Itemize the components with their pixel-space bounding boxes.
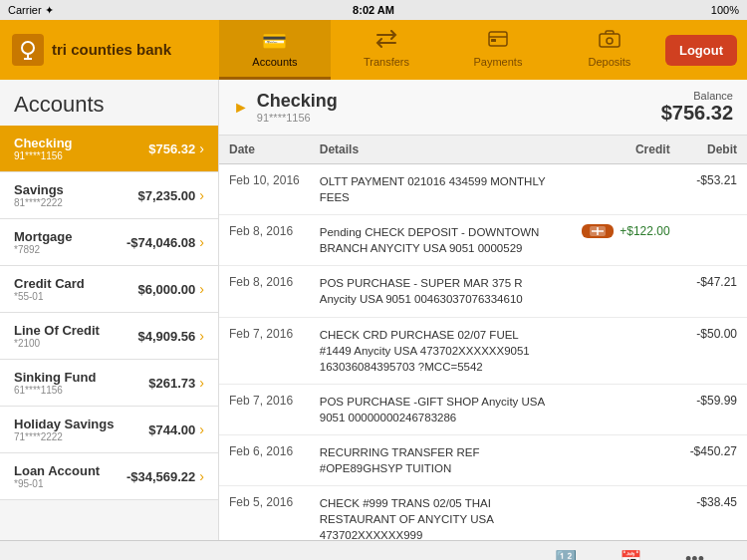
account-item[interactable]: Sinking Fund 61****1156 $261.73 › bbox=[0, 360, 218, 407]
tx-date: Feb 7, 2016 bbox=[219, 384, 310, 434]
table-row[interactable]: Feb 10, 2016 OLTT PAYMENT 021016 434599 … bbox=[219, 164, 747, 215]
tx-credit: +$122.00 bbox=[562, 215, 679, 266]
balance-amount: $756.32 bbox=[661, 102, 733, 125]
account-chevron-icon: › bbox=[199, 468, 204, 484]
tx-details: RECURRING TRANSFER REF #OPE89GHSYP TUITI… bbox=[310, 435, 562, 486]
tx-details: CHECK #999 TRANS 02/05 THAI RESTAURANT O… bbox=[310, 486, 562, 540]
bottom-tabs: 🔢 Calculator 📅 Calendar ••• More bbox=[533, 545, 727, 560]
account-name: Credit Card bbox=[14, 276, 137, 291]
logo-text: tri counties bank bbox=[52, 41, 171, 59]
tab-deposits[interactable]: Deposits bbox=[554, 20, 665, 80]
account-balance: $6,000.00 bbox=[137, 282, 195, 297]
logo-area: tri counties bank bbox=[0, 34, 219, 66]
account-item[interactable]: Credit Card *55-01 $6,000.00 › bbox=[0, 266, 218, 313]
account-name: Holiday Savings bbox=[14, 417, 148, 431]
tx-details: POS PURCHASE - SUPER MAR 375 R Anycity U… bbox=[310, 266, 562, 317]
account-balance: $261.73 bbox=[148, 376, 195, 391]
tab-accounts[interactable]: 💳 Accounts bbox=[219, 20, 331, 80]
tx-debit: -$59.99 bbox=[680, 384, 747, 434]
content-area: ► Checking 91****1156 Balance $756.32 Da… bbox=[219, 80, 747, 540]
table-row[interactable]: Feb 5, 2016 CHECK #999 TRANS 02/05 THAI … bbox=[219, 486, 747, 540]
tab-accounts-label: Accounts bbox=[252, 56, 297, 68]
deposits-icon bbox=[599, 30, 621, 53]
account-balance: $756.32 bbox=[148, 141, 195, 156]
account-chevron-icon: › bbox=[199, 187, 204, 203]
bottom-bar: Member FDIC 🔢 Calculator 📅 Calendar ••• … bbox=[0, 540, 747, 560]
header: tri counties bank 💳 Accounts Transfers bbox=[0, 20, 747, 80]
col-details: Details bbox=[310, 136, 562, 164]
transaction-table: Date Details Credit Debit Feb 10, 2016 O… bbox=[219, 136, 747, 540]
col-credit: Credit bbox=[562, 136, 679, 164]
svg-point-7 bbox=[607, 38, 613, 44]
account-item[interactable]: Savings 81****2222 $7,235.00 › bbox=[0, 172, 218, 219]
tx-debit: -$50.00 bbox=[680, 317, 747, 384]
accounts-icon: 💳 bbox=[262, 29, 287, 53]
main-layout: Accounts Checking 91****1156 $756.32 › S… bbox=[0, 80, 747, 540]
account-item[interactable]: Line Of Credit *2100 $4,909.56 › bbox=[0, 313, 218, 360]
tx-date: Feb 7, 2016 bbox=[219, 317, 310, 384]
status-bar: Carrier ✦ 8:02 AM 100% bbox=[0, 0, 747, 20]
tx-credit bbox=[562, 266, 679, 317]
tx-details: Pending CHECK DEPOSIT - DOWNTOWN BRANCH … bbox=[310, 215, 562, 266]
tx-debit: -$47.21 bbox=[680, 266, 747, 317]
account-balance: $744.00 bbox=[148, 422, 195, 437]
battery-text: 100% bbox=[711, 4, 739, 16]
col-date: Date bbox=[219, 136, 310, 164]
tx-debit: -$53.21 bbox=[680, 164, 747, 215]
account-left: Sinking Fund 61****1156 bbox=[14, 370, 148, 396]
account-num: 81****2222 bbox=[14, 197, 137, 208]
account-left: Line Of Credit *2100 bbox=[14, 323, 137, 349]
account-chevron-icon: › bbox=[199, 375, 204, 391]
account-num: 91****1156 bbox=[14, 150, 148, 161]
transaction-table-container: Date Details Credit Debit Feb 10, 2016 O… bbox=[219, 136, 747, 540]
transfers-icon bbox=[375, 30, 397, 53]
tx-details: OLTT PAYMENT 021016 434599 MONTHLY FEES bbox=[310, 164, 562, 215]
content-header: ► Checking 91****1156 Balance $756.32 bbox=[219, 80, 747, 136]
content-header-left: ► Checking 91****1156 bbox=[233, 91, 338, 124]
table-row[interactable]: Feb 7, 2016 POS PURCHASE -GIFT SHOP Anyc… bbox=[219, 384, 747, 434]
account-name: Savings bbox=[14, 182, 137, 197]
account-num: 71****2222 bbox=[14, 431, 148, 442]
tx-details: CHECK CRD PURCHASE 02/07 FUEL #1449 Anyc… bbox=[310, 317, 562, 384]
account-chevron-icon: › bbox=[199, 140, 204, 156]
account-left: Savings 81****2222 bbox=[14, 182, 137, 208]
account-item[interactable]: Mortgage *7892 -$74,046.08 › bbox=[0, 219, 218, 266]
account-num: *55-01 bbox=[14, 291, 137, 302]
account-chevron-icon: › bbox=[199, 328, 204, 344]
table-row[interactable]: Feb 7, 2016 CHECK CRD PURCHASE 02/07 FUE… bbox=[219, 317, 747, 384]
account-left: Credit Card *55-01 bbox=[14, 276, 137, 302]
expand-icon[interactable]: ► bbox=[233, 99, 249, 117]
sidebar-title: Accounts bbox=[0, 80, 218, 126]
svg-rect-6 bbox=[600, 34, 620, 47]
payments-icon bbox=[488, 30, 508, 53]
bottom-tab-calendar[interactable]: 📅 Calendar bbox=[598, 545, 662, 560]
tx-credit bbox=[562, 486, 679, 540]
account-item[interactable]: Loan Account *95-01 -$34,569.22 › bbox=[0, 453, 218, 500]
account-num: *7892 bbox=[14, 244, 126, 255]
tx-date: Feb 8, 2016 bbox=[219, 266, 310, 317]
account-left: Checking 91****1156 bbox=[14, 136, 148, 161]
account-item[interactable]: Checking 91****1156 $756.32 › bbox=[0, 126, 218, 172]
tx-debit: -$38.45 bbox=[680, 486, 747, 540]
logout-button[interactable]: Logout bbox=[665, 35, 737, 66]
table-row[interactable]: Feb 8, 2016 Pending CHECK DEPOSIT - DOWN… bbox=[219, 215, 747, 266]
carrier-text: Carrier ✦ bbox=[8, 4, 54, 17]
tab-transfers-label: Transfers bbox=[364, 56, 409, 68]
sidebar: Accounts Checking 91****1156 $756.32 › S… bbox=[0, 80, 219, 540]
account-name: Line Of Credit bbox=[14, 323, 137, 338]
calculator-icon: 🔢 bbox=[555, 549, 577, 560]
account-item[interactable]: Holiday Savings 71****2222 $744.00 › bbox=[0, 407, 218, 453]
table-row[interactable]: Feb 6, 2016 RECURRING TRANSFER REF #OPE8… bbox=[219, 435, 747, 486]
table-row[interactable]: Feb 8, 2016 POS PURCHASE - SUPER MAR 375… bbox=[219, 266, 747, 317]
account-balance: -$74,046.08 bbox=[126, 235, 195, 250]
tx-credit bbox=[562, 164, 679, 215]
svg-rect-5 bbox=[491, 39, 496, 42]
logo-icon bbox=[12, 34, 44, 66]
bottom-tab-more[interactable]: ••• More bbox=[662, 545, 727, 560]
more-icon: ••• bbox=[685, 549, 704, 560]
tab-transfers[interactable]: Transfers bbox=[331, 20, 442, 80]
tab-payments[interactable]: Payments bbox=[442, 20, 554, 80]
tx-details: POS PURCHASE -GIFT SHOP Anycity USA 9051… bbox=[310, 384, 562, 434]
tx-credit bbox=[562, 435, 679, 486]
bottom-tab-calculator[interactable]: 🔢 Calculator bbox=[533, 545, 598, 560]
